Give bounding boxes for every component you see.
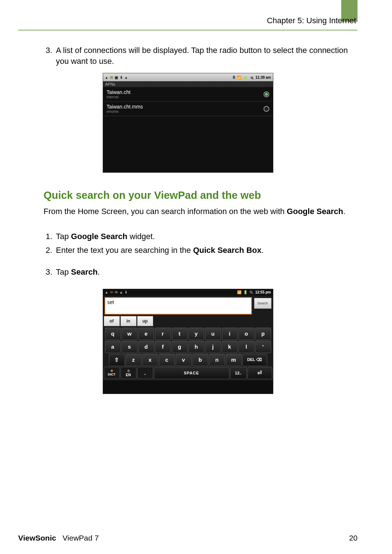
- charging-icon: 🔌: [249, 75, 254, 79]
- key-y[interactable]: y: [188, 328, 204, 340]
- brand-model: ViewPad 7: [62, 534, 99, 542]
- app-icon: ▣: [115, 75, 118, 79]
- key-m[interactable]: m: [226, 354, 242, 366]
- apn-list-item[interactable]: Taiwan.cht internet: [103, 87, 273, 102]
- bold-text: Search: [71, 267, 98, 276]
- mail-icon: ✉: [115, 290, 118, 294]
- key-lang[interactable]: ✻ EN: [121, 367, 136, 379]
- key-t[interactable]: t: [172, 328, 188, 340]
- key-f[interactable]: f: [155, 341, 171, 353]
- key-apostrophe[interactable]: ': [255, 341, 271, 353]
- status-bar: ▲ ✉ ✉ ▲ ⬇ 📶 🔋 🔌 12:55 pm: [103, 289, 273, 296]
- radio-button-selected[interactable]: [264, 91, 269, 97]
- bold-text: Quick Search Box: [193, 246, 261, 255]
- key-i[interactable]: i: [222, 328, 238, 340]
- key-a[interactable]: a: [105, 341, 121, 353]
- apn-sub: emome: [107, 110, 143, 114]
- apn-name: Taiwan.cht.mms: [107, 104, 143, 110]
- apn-name: Taiwan.cht: [107, 89, 131, 95]
- list-number: 3.: [44, 266, 52, 278]
- battery-icon: 🔋: [243, 290, 248, 294]
- bold-text: Google Search: [71, 232, 127, 241]
- key-dict[interactable]: DICT: [104, 367, 120, 379]
- text: Tap: [56, 267, 71, 276]
- search-button[interactable]: Search: [254, 298, 271, 309]
- key-s[interactable]: s: [122, 341, 138, 353]
- key-numeric[interactable]: 12..: [230, 367, 247, 379]
- text: Tap: [56, 232, 71, 241]
- text: widget.: [127, 232, 155, 241]
- search-screenshot: ▲ ✉ ✉ ▲ ⬇ 📶 🔋 🔌 12:55 pm set Search of: [103, 289, 273, 394]
- list-number: 3.: [44, 45, 52, 66]
- key-r[interactable]: r: [155, 328, 171, 340]
- key-e[interactable]: e: [138, 328, 154, 340]
- download-icon: ⬇: [124, 290, 127, 294]
- text: Enter the text you are searching in the: [56, 246, 193, 255]
- bluetooth-icon: B: [233, 75, 235, 79]
- clock: 12:55 pm: [255, 290, 271, 294]
- status-bar: ▲ ✉ ▣ ⬇ ▲ B 📶 🔋 🔌 11:39 am: [103, 73, 273, 81]
- key-h[interactable]: h: [188, 341, 204, 353]
- key-n[interactable]: n: [209, 354, 225, 366]
- key-w[interactable]: w: [122, 328, 138, 340]
- apn-screenshot: ▲ ✉ ▣ ⬇ ▲ B 📶 🔋 🔌 11:39 am APNs Taiwan.c…: [103, 73, 273, 173]
- dot-icon: [111, 370, 113, 372]
- chapter-title: Chapter 5: Using Internet: [18, 15, 358, 30]
- list-text: Tap Google Search widget.: [56, 230, 358, 243]
- radio-button[interactable]: [264, 106, 269, 112]
- key-x[interactable]: x: [142, 354, 158, 366]
- apn-list-item[interactable]: Taiwan.cht.mms emome: [103, 102, 273, 116]
- key-shift[interactable]: ⇧: [109, 354, 125, 366]
- key-q[interactable]: q: [105, 328, 121, 340]
- key-space[interactable]: SPACE: [154, 367, 229, 379]
- text: .: [98, 267, 100, 276]
- search-input[interactable]: set: [105, 297, 252, 315]
- keyboard: q w e r t y u i o p a s d f g h: [103, 326, 273, 381]
- section-paragraph: From the Home Screen, you can search inf…: [18, 206, 358, 217]
- page-number: 20: [349, 534, 358, 542]
- status-right: B 📶 🔋 🔌 11:39 am: [232, 75, 271, 79]
- key-p[interactable]: p: [255, 328, 271, 340]
- step-3-text: 3. A list of connections will be display…: [18, 45, 358, 66]
- key-j[interactable]: j: [205, 341, 221, 353]
- suggestion-key[interactable]: up: [137, 316, 153, 326]
- warning-icon: ▲: [119, 290, 123, 294]
- key-z[interactable]: z: [126, 354, 142, 366]
- warning-icon: ▲: [105, 290, 109, 294]
- clock: 11:39 am: [256, 75, 271, 79]
- ordered-list: 1. Tap Google Search widget. 2. Enter th…: [18, 230, 358, 278]
- footer-brand: ViewSonic ViewPad 7: [18, 534, 99, 542]
- list-text: Enter the text you are searching in the …: [56, 244, 358, 257]
- download-icon: ⬇: [120, 75, 123, 79]
- page-footer: ViewSonic ViewPad 7 20: [18, 534, 358, 542]
- suggestion-key[interactable]: in: [121, 316, 136, 326]
- gear-icon: ✻: [127, 369, 130, 373]
- key-k[interactable]: k: [222, 341, 238, 353]
- section-heading: Quick search on your ViewPad and the web: [18, 189, 358, 201]
- charging-icon: 🔌: [249, 290, 253, 294]
- mail-icon: ✉: [110, 75, 113, 79]
- battery-icon: 🔋: [243, 75, 248, 79]
- key-v[interactable]: v: [176, 354, 192, 366]
- key-enter[interactable]: ⏎: [248, 367, 272, 379]
- signal-icon: 📶: [237, 290, 241, 294]
- list-number: 2.: [44, 244, 52, 257]
- key-b[interactable]: b: [192, 354, 208, 366]
- key-u[interactable]: u: [205, 328, 221, 340]
- text: .: [261, 246, 264, 255]
- suggestion-row: of in up: [103, 316, 273, 326]
- key-g[interactable]: g: [172, 341, 188, 353]
- key-period[interactable]: .: [137, 367, 153, 379]
- bold-text: Google Search: [287, 207, 343, 216]
- list-text: A list of connections will be displayed.…: [56, 45, 358, 66]
- key-d[interactable]: d: [138, 341, 154, 353]
- key-l[interactable]: l: [238, 341, 254, 353]
- suggestion-key[interactable]: of: [104, 316, 120, 326]
- text: From the Home Screen, you can search inf…: [44, 207, 287, 216]
- mail-icon: ✉: [110, 290, 113, 294]
- key-delete[interactable]: DEL ⌫: [242, 354, 267, 366]
- key-c[interactable]: c: [159, 354, 175, 366]
- list-number: 1.: [44, 230, 52, 243]
- warning-icon: ▲: [105, 75, 109, 79]
- key-o[interactable]: o: [238, 328, 254, 340]
